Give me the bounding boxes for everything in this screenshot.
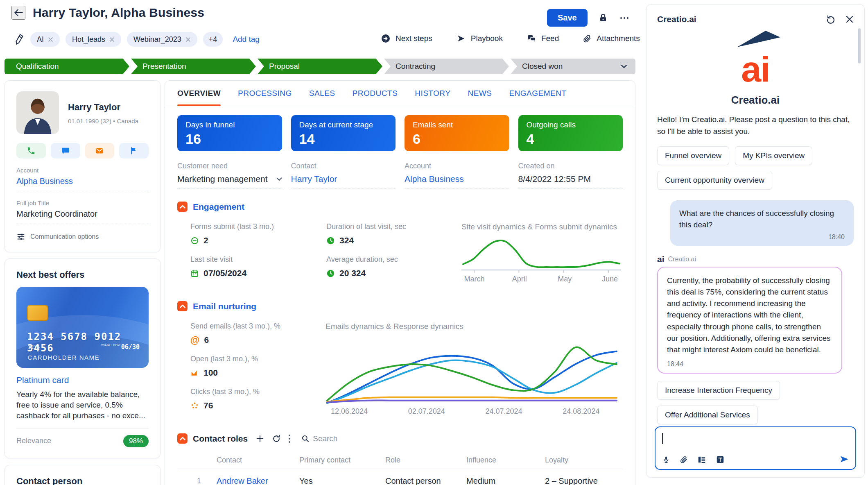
column-header[interactable]: Role	[385, 452, 466, 469]
microphone-icon[interactable]	[662, 455, 670, 464]
email-button[interactable]	[85, 143, 115, 159]
job-title-value: Marketing Coordinator	[16, 209, 149, 219]
chevron-down-icon[interactable]	[621, 64, 627, 68]
stat-label: Last site visit	[190, 255, 314, 264]
tag-label: Hot_leads	[72, 35, 105, 44]
forms-submit-stat: Forms submit (last 3 mo.) 2	[190, 222, 326, 245]
stage-contracting[interactable]: Contracting	[384, 59, 509, 74]
refresh-button[interactable]	[272, 434, 281, 443]
card-valid-label: VALID THRU	[101, 343, 120, 347]
close-icon[interactable]	[845, 15, 854, 23]
add-record-button[interactable]	[255, 434, 264, 443]
tag-chip[interactable]: AI	[30, 32, 60, 47]
offer-additional-services-button[interactable]: Offer Additional Services	[657, 406, 758, 424]
text-format-icon[interactable]	[716, 455, 725, 464]
chat-bubble-icon	[61, 146, 70, 155]
remove-tag-icon[interactable]	[185, 37, 191, 42]
tab-overview[interactable]: OVERVIEW	[177, 81, 221, 106]
panel-scrollbar[interactable]	[858, 28, 861, 63]
contact-link[interactable]: Harry Taylor	[291, 174, 337, 184]
metric-emails-sent: Emails sent 6	[405, 115, 509, 151]
attachments-button[interactable]: Attachments	[583, 34, 640, 43]
feed-label: Feed	[541, 34, 559, 43]
offer-description: Yearly 4% for the available balance, fre…	[16, 389, 149, 422]
contact-name: Harry Taylor	[68, 102, 138, 113]
stat-label: Average duration, sec	[326, 255, 449, 264]
save-button[interactable]: Save	[547, 9, 588, 27]
back-button[interactable]	[11, 6, 25, 20]
account-label: Account	[16, 167, 149, 174]
tab-history[interactable]: HISTORY	[415, 81, 450, 106]
tab-news[interactable]: NEWS	[468, 81, 492, 106]
divider	[16, 191, 149, 191]
lock-icon	[598, 13, 608, 23]
stage-closed-won[interactable]: Closed won	[511, 59, 635, 74]
stage-label: Proposal	[269, 62, 300, 71]
chat-button[interactable]	[51, 143, 80, 159]
flag-button[interactable]	[119, 143, 149, 159]
pipeline-stage-bar: Qualification Presentation Proposal Cont…	[5, 59, 635, 74]
feed-button[interactable]: Feed	[527, 34, 559, 43]
offer-product-link[interactable]: Platinum card	[16, 375, 149, 385]
credit-card-image: 1234 5678 9012 3456 1234 VALID THRU 06/3…	[16, 287, 149, 368]
search-icon	[301, 435, 310, 443]
phone-icon	[27, 146, 36, 155]
remove-tag-icon[interactable]	[109, 37, 115, 42]
tab-products[interactable]: PRODUCTS	[353, 81, 398, 106]
attach-file-icon[interactable]	[680, 455, 688, 464]
call-button[interactable]	[16, 143, 46, 159]
send-button[interactable]	[839, 454, 850, 464]
increase-interaction-frequency-button[interactable]: Increase Interaction Frequency	[657, 381, 780, 400]
playbook-button[interactable]: Playbook	[456, 34, 503, 43]
creatio-ai-logo: ai	[741, 36, 769, 85]
send-emails-stat: Send emails (last 3 mo.), % @ 6	[190, 322, 326, 345]
stage-proposal[interactable]: Proposal	[258, 59, 382, 74]
swoosh-icon	[736, 29, 781, 48]
contact-field: Contact Harry Taylor	[291, 162, 396, 188]
stage-presentation[interactable]: Presentation	[131, 59, 256, 74]
customer-need-dropdown[interactable]: Marketing management	[177, 174, 282, 188]
current-opportunity-overview-button[interactable]: Current opportunity overview	[657, 171, 772, 190]
funnel-overview-button[interactable]: Funnel overview	[657, 146, 729, 165]
account-field: Account Alpha Business	[405, 162, 509, 188]
remove-tag-icon[interactable]	[48, 37, 53, 42]
envelope-icon	[95, 146, 104, 155]
tags-more-chip[interactable]: +4	[203, 32, 223, 47]
my-kpis-overview-button[interactable]: My KPIs overview	[735, 146, 812, 165]
chat-input[interactable]	[655, 426, 856, 470]
reset-chat-button[interactable]	[826, 14, 836, 24]
communication-options-button[interactable]: Communication options	[16, 232, 149, 241]
add-tag-link[interactable]: Add tag	[233, 35, 260, 44]
tab-processing[interactable]: PROCESSING	[238, 81, 292, 106]
column-header[interactable]: Contact	[217, 452, 299, 469]
collapse-button[interactable]	[177, 433, 188, 444]
tab-engagement[interactable]: ENGAGEMENT	[509, 81, 566, 106]
column-header[interactable]: Loyalty	[545, 452, 623, 469]
tag-chip[interactable]: Hot_leads	[66, 32, 121, 47]
chart-title: Emails dynamics & Response dynamics	[326, 322, 623, 331]
next-steps-button[interactable]: Next steps	[381, 34, 432, 43]
ai-greeting: Hello! I'm Creatio.ai. Please post a que…	[657, 114, 854, 137]
tag-chip[interactable]: Webinar_2023	[127, 32, 197, 47]
feed-icon	[527, 34, 536, 43]
lock-button[interactable]	[598, 13, 608, 23]
search-input[interactable]	[313, 434, 366, 443]
stat-value: 20 324	[339, 268, 366, 278]
metric-outgoing-calls: Outgoing calls 4	[518, 115, 623, 151]
table-row[interactable]: 1 Andrew Baker Yes Contact person Medium…	[192, 469, 623, 485]
column-header[interactable]: Influence	[466, 452, 545, 469]
stage-qualification[interactable]: Qualification	[5, 59, 129, 74]
metric-value: 16	[185, 131, 274, 147]
contact-meta: 01.01.1990 (32) • Canada	[68, 118, 138, 125]
collapse-button[interactable]	[177, 202, 188, 212]
kebab-menu-icon[interactable]	[288, 434, 291, 443]
template-icon[interactable]	[697, 455, 706, 464]
tab-sales[interactable]: SALES	[309, 81, 335, 106]
contact-link[interactable]: Andrew Baker	[217, 469, 299, 485]
more-menu-button[interactable]	[619, 13, 630, 23]
collapse-button[interactable]	[177, 301, 188, 311]
email-nurturing-title: Email nurturing	[193, 301, 256, 311]
column-header[interactable]: Primary contact	[299, 452, 385, 469]
account-link[interactable]: Alpha Business	[16, 177, 149, 186]
account-link[interactable]: Alpha Business	[405, 174, 464, 184]
